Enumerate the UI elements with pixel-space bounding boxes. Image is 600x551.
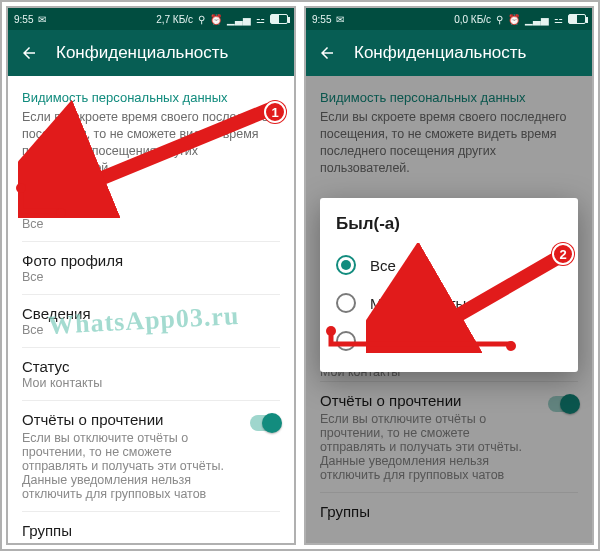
app-bar: Конфиденциальность (306, 30, 592, 76)
radio-label: Все (370, 257, 396, 274)
settings-list: Видимость персональных данных Если вы ск… (8, 76, 294, 543)
status-bar: 9:55 ✉ 0,0 КБ/с ⚲ ⏰ ▁▃▅ ⚍ (306, 8, 592, 30)
phone-left: 9:55 ✉ 2,7 КБ/с ⚲ ⏰ ▁▃▅ ⚍ Конфиденциальн… (6, 6, 296, 545)
item-status-title: Статус (22, 358, 280, 375)
item-about[interactable]: Сведения Все (22, 295, 280, 347)
annotation-marker-1: 1 (264, 101, 286, 123)
toggle-read-receipts[interactable] (250, 415, 280, 431)
signal-icon: ▁▃▅ (525, 14, 549, 25)
wifi-icon: ⚍ (554, 14, 563, 25)
item-about-value: Все (22, 323, 280, 337)
radio-icon (336, 331, 356, 351)
bluetooth-icon: ⚲ (198, 14, 205, 25)
dialog-last-seen: Был(-а) Все Мои контакты Никто (320, 198, 578, 372)
item-photo-value: Все (22, 270, 280, 284)
alarm-icon: ⏰ (210, 14, 222, 25)
section-desc: Если вы скроете время своего последнего … (22, 109, 280, 177)
battery-icon (568, 14, 586, 24)
annotation-pin (16, 183, 26, 193)
app-bar-title: Конфиденциальность (56, 43, 228, 63)
status-bar: 9:55 ✉ 2,7 КБ/с ⚲ ⏰ ▁▃▅ ⚍ (8, 8, 294, 30)
radio-label: Мои контакты (370, 295, 466, 312)
dialog-title: Был(-а) (336, 214, 562, 234)
app-bar: Конфиденциальность (8, 30, 294, 76)
status-time: 9:55 (312, 14, 331, 25)
item-read-receipts-desc: Если вы отключите отчёты о прочтении, то… (22, 431, 240, 501)
item-photo[interactable]: Фото профиля Все (22, 242, 280, 294)
alarm-icon: ⏰ (508, 14, 520, 25)
item-status-value: Мои контакты (22, 376, 280, 390)
radio-label: Никто (370, 333, 411, 350)
item-last-seen-value: Все (22, 217, 280, 231)
app-bar-title: Конфиденциальность (354, 43, 526, 63)
radio-option-contacts[interactable]: Мои контакты (336, 284, 562, 322)
radio-option-nobody[interactable]: Никто (336, 322, 562, 360)
radio-option-everyone[interactable]: Все (336, 246, 562, 284)
radio-icon-selected (336, 255, 356, 275)
annotation-pin (56, 208, 66, 218)
bluetooth-icon: ⚲ (496, 14, 503, 25)
item-groups-title: Группы (22, 522, 280, 539)
item-about-title: Сведения (22, 305, 280, 322)
phone-right: 9:55 ✉ 0,0 КБ/с ⚲ ⏰ ▁▃▅ ⚍ Конфиденциальн… (304, 6, 594, 545)
annotation-marker-2: 2 (552, 243, 574, 265)
annotation-pin (506, 341, 516, 351)
item-groups[interactable]: Группы (22, 512, 280, 544)
mail-icon: ✉ (336, 14, 344, 25)
item-read-receipts[interactable]: Отчёты о прочтении Если вы отключите отч… (22, 401, 280, 511)
section-title: Видимость персональных данных (22, 90, 280, 105)
status-time: 9:55 (14, 14, 33, 25)
item-read-receipts-title: Отчёты о прочтении (22, 411, 240, 428)
item-status[interactable]: Статус Мои контакты (22, 348, 280, 400)
signal-icon: ▁▃▅ (227, 14, 251, 25)
back-icon[interactable] (20, 44, 38, 62)
annotation-pin (326, 326, 336, 336)
battery-icon (270, 14, 288, 24)
back-icon[interactable] (318, 44, 336, 62)
net-speed: 2,7 КБ/с (156, 14, 193, 25)
radio-icon (336, 293, 356, 313)
wifi-icon: ⚍ (256, 14, 265, 25)
mail-icon: ✉ (38, 14, 46, 25)
net-speed: 0,0 КБ/с (454, 14, 491, 25)
item-photo-title: Фото профиля (22, 252, 280, 269)
